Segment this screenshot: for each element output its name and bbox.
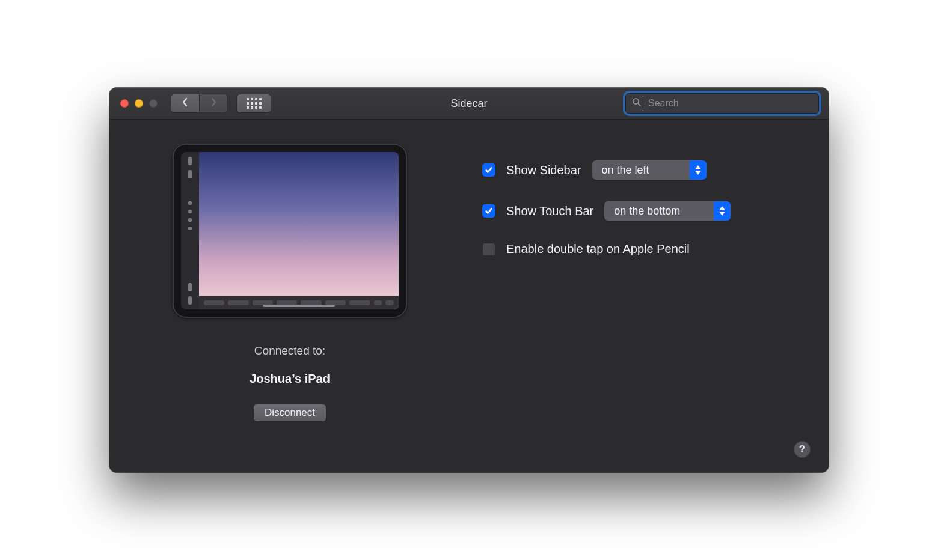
svg-line-1 [638, 103, 640, 106]
close-window-button[interactable] [120, 99, 129, 108]
search-icon [632, 97, 642, 109]
back-button[interactable] [171, 94, 200, 113]
sidebar-position-popup[interactable]: on the left [592, 160, 707, 180]
apple-pencil-label: Enable double tap on Apple Pencil [506, 242, 690, 256]
connected-to-label: Connected to: [254, 344, 325, 358]
device-preview-column: Connected to: Joshua’s iPad Disconnect [146, 144, 434, 454]
connected-device-name: Joshua’s iPad [250, 372, 330, 386]
forward-button [200, 94, 228, 113]
disconnect-button[interactable]: Disconnect [253, 404, 326, 422]
preview-home-indicator [263, 305, 335, 307]
show-sidebar-label: Show Sidebar [506, 163, 581, 177]
touchbar-position-value: on the bottom [604, 201, 714, 221]
minimize-window-button[interactable] [135, 99, 143, 108]
titlebar: Sidecar Search [109, 88, 829, 120]
updown-arrows-icon [714, 201, 731, 221]
sidebar-position-value: on the left [592, 160, 690, 180]
show-all-button[interactable] [236, 94, 271, 113]
chevron-right-icon [210, 97, 217, 109]
grid-icon [247, 98, 262, 109]
text-caret [643, 98, 643, 109]
nav-buttons [171, 94, 228, 113]
updown-arrows-icon [690, 160, 707, 180]
help-button[interactable]: ? [794, 441, 811, 458]
checkmark-icon [485, 163, 493, 177]
search-placeholder: Search [648, 98, 679, 109]
show-touchbar-label: Show Touch Bar [506, 204, 593, 218]
preview-sidebar [181, 152, 199, 309]
touchbar-position-popup[interactable]: on the bottom [604, 201, 731, 221]
apple-pencil-checkbox[interactable] [482, 243, 495, 256]
ipad-preview [173, 144, 407, 318]
search-field[interactable]: Search [625, 93, 819, 114]
preferences-window: Sidecar Search [109, 88, 829, 472]
show-touchbar-row: Show Touch Bar on the bottom [482, 201, 792, 221]
content-area: Connected to: Joshua’s iPad Disconnect S… [109, 120, 829, 472]
checkmark-icon [485, 204, 493, 218]
preview-touchbar [199, 296, 399, 309]
window-controls [109, 99, 158, 108]
preview-screen [199, 152, 399, 309]
apple-pencil-row: Enable double tap on Apple Pencil [482, 242, 792, 256]
show-sidebar-row: Show Sidebar on the left [482, 160, 792, 180]
chevron-left-icon [182, 97, 189, 109]
options-column: Show Sidebar on the left [434, 144, 792, 454]
show-sidebar-checkbox[interactable] [482, 163, 495, 177]
zoom-window-button [149, 99, 158, 108]
show-touchbar-checkbox[interactable] [482, 204, 495, 218]
